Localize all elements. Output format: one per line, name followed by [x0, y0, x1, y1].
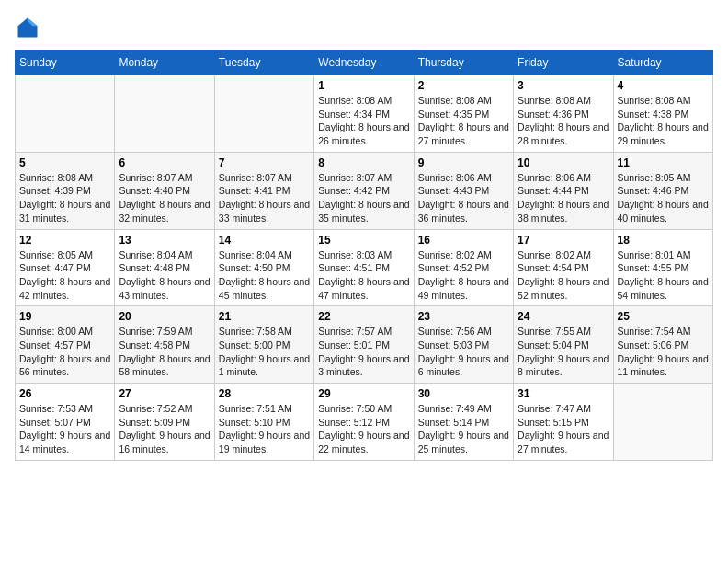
day-number: 6: [119, 156, 210, 169]
day-number: 9: [418, 156, 509, 169]
logo-icon: [15, 15, 40, 40]
page-header: [15, 15, 713, 40]
day-number: 8: [318, 156, 409, 169]
col-header-thursday: Thursday: [414, 51, 513, 75]
calendar-cell: 20Sunrise: 7:59 AM Sunset: 4:58 PM Dayli…: [115, 306, 214, 384]
day-number: 7: [219, 156, 310, 169]
day-info: Sunrise: 8:08 AM Sunset: 4:39 PM Dayligh…: [19, 171, 110, 225]
week-row-5: 26Sunrise: 7:53 AM Sunset: 5:07 PM Dayli…: [16, 384, 713, 461]
week-row-1: 1Sunrise: 8:08 AM Sunset: 4:34 PM Daylig…: [16, 75, 713, 153]
day-info: Sunrise: 7:49 AM Sunset: 5:14 PM Dayligh…: [418, 402, 509, 456]
day-number: 31: [518, 387, 609, 400]
calendar-cell: 9Sunrise: 8:06 AM Sunset: 4:43 PM Daylig…: [414, 152, 513, 229]
day-info: Sunrise: 7:54 AM Sunset: 5:06 PM Dayligh…: [618, 325, 709, 379]
day-info: Sunrise: 8:08 AM Sunset: 4:35 PM Dayligh…: [418, 94, 509, 148]
day-number: 16: [418, 234, 509, 247]
calendar-cell: 26Sunrise: 7:53 AM Sunset: 5:07 PM Dayli…: [16, 384, 115, 461]
calendar-cell: 27Sunrise: 7:52 AM Sunset: 5:09 PM Dayli…: [115, 384, 214, 461]
day-info: Sunrise: 8:01 AM Sunset: 4:55 PM Dayligh…: [618, 248, 709, 303]
day-number: 14: [219, 234, 310, 247]
day-number: 10: [518, 156, 609, 169]
day-info: Sunrise: 7:57 AM Sunset: 5:01 PM Dayligh…: [318, 325, 409, 379]
day-info: Sunrise: 8:04 AM Sunset: 4:48 PM Dayligh…: [119, 248, 210, 303]
day-info: Sunrise: 8:00 AM Sunset: 4:57 PM Dayligh…: [19, 325, 110, 379]
calendar-cell: 12Sunrise: 8:05 AM Sunset: 4:47 PM Dayli…: [16, 229, 115, 306]
day-info: Sunrise: 8:08 AM Sunset: 4:34 PM Dayligh…: [318, 94, 409, 148]
calendar-cell: 24Sunrise: 7:55 AM Sunset: 5:04 PM Dayli…: [514, 306, 613, 384]
day-info: Sunrise: 8:05 AM Sunset: 4:46 PM Dayligh…: [618, 171, 709, 225]
day-number: 5: [19, 156, 110, 169]
calendar-cell: 23Sunrise: 7:56 AM Sunset: 5:03 PM Dayli…: [414, 306, 513, 384]
day-info: Sunrise: 7:51 AM Sunset: 5:10 PM Dayligh…: [219, 402, 310, 456]
calendar-cell: 15Sunrise: 8:03 AM Sunset: 4:51 PM Dayli…: [314, 229, 414, 306]
day-info: Sunrise: 8:02 AM Sunset: 4:54 PM Dayligh…: [518, 248, 609, 303]
day-number: 27: [119, 387, 210, 400]
calendar-cell: 14Sunrise: 8:04 AM Sunset: 4:50 PM Dayli…: [214, 229, 313, 306]
day-info: Sunrise: 8:07 AM Sunset: 4:42 PM Dayligh…: [318, 171, 409, 225]
day-number: 23: [418, 310, 509, 323]
calendar-cell: 10Sunrise: 8:06 AM Sunset: 4:44 PM Dayli…: [514, 152, 613, 229]
calendar-cell: 31Sunrise: 7:47 AM Sunset: 5:15 PM Dayli…: [514, 384, 613, 461]
week-row-4: 19Sunrise: 8:00 AM Sunset: 4:57 PM Dayli…: [16, 306, 713, 384]
calendar-cell: 2Sunrise: 8:08 AM Sunset: 4:35 PM Daylig…: [414, 75, 513, 153]
day-number: 24: [518, 310, 609, 323]
day-number: 26: [19, 387, 110, 400]
calendar-cell: [214, 75, 313, 153]
day-info: Sunrise: 8:07 AM Sunset: 4:41 PM Dayligh…: [219, 171, 310, 225]
day-number: 28: [219, 387, 310, 400]
day-number: 20: [119, 310, 210, 323]
calendar-cell: 22Sunrise: 7:57 AM Sunset: 5:01 PM Dayli…: [314, 306, 414, 384]
day-info: Sunrise: 8:06 AM Sunset: 4:44 PM Dayligh…: [518, 171, 609, 225]
col-header-tuesday: Tuesday: [214, 51, 313, 75]
day-info: Sunrise: 7:52 AM Sunset: 5:09 PM Dayligh…: [119, 402, 210, 456]
calendar-cell: [613, 384, 712, 461]
day-info: Sunrise: 7:59 AM Sunset: 4:58 PM Dayligh…: [119, 325, 210, 379]
calendar-cell: 29Sunrise: 7:50 AM Sunset: 5:12 PM Dayli…: [314, 384, 414, 461]
col-header-friday: Friday: [514, 51, 613, 75]
calendar-cell: [115, 75, 214, 153]
calendar-cell: 21Sunrise: 7:58 AM Sunset: 5:00 PM Dayli…: [214, 306, 313, 384]
day-number: 12: [19, 234, 110, 247]
calendar-cell: 17Sunrise: 8:02 AM Sunset: 4:54 PM Dayli…: [514, 229, 613, 306]
calendar-cell: 3Sunrise: 8:08 AM Sunset: 4:36 PM Daylig…: [514, 75, 613, 153]
day-number: 25: [618, 310, 709, 323]
calendar-cell: 11Sunrise: 8:05 AM Sunset: 4:46 PM Dayli…: [613, 152, 712, 229]
day-number: 19: [19, 310, 110, 323]
day-info: Sunrise: 8:03 AM Sunset: 4:51 PM Dayligh…: [318, 248, 409, 303]
week-row-2: 5Sunrise: 8:08 AM Sunset: 4:39 PM Daylig…: [16, 152, 713, 229]
calendar-cell: 25Sunrise: 7:54 AM Sunset: 5:06 PM Dayli…: [613, 306, 712, 384]
day-info: Sunrise: 7:47 AM Sunset: 5:15 PM Dayligh…: [518, 402, 609, 456]
day-number: 21: [219, 310, 310, 323]
week-row-3: 12Sunrise: 8:05 AM Sunset: 4:47 PM Dayli…: [16, 229, 713, 306]
calendar-cell: 7Sunrise: 8:07 AM Sunset: 4:41 PM Daylig…: [214, 152, 313, 229]
day-info: Sunrise: 7:53 AM Sunset: 5:07 PM Dayligh…: [19, 402, 110, 456]
calendar-cell: 8Sunrise: 8:07 AM Sunset: 4:42 PM Daylig…: [314, 152, 414, 229]
day-info: Sunrise: 8:02 AM Sunset: 4:52 PM Dayligh…: [418, 248, 509, 303]
col-header-monday: Monday: [115, 51, 214, 75]
day-number: 3: [518, 79, 609, 92]
day-info: Sunrise: 8:08 AM Sunset: 4:38 PM Dayligh…: [618, 94, 709, 148]
day-number: 13: [119, 234, 210, 247]
day-info: Sunrise: 7:56 AM Sunset: 5:03 PM Dayligh…: [418, 325, 509, 379]
day-info: Sunrise: 8:05 AM Sunset: 4:47 PM Dayligh…: [19, 248, 110, 303]
day-info: Sunrise: 7:55 AM Sunset: 5:04 PM Dayligh…: [518, 325, 609, 379]
calendar-cell: 18Sunrise: 8:01 AM Sunset: 4:55 PM Dayli…: [613, 229, 712, 306]
calendar-cell: 16Sunrise: 8:02 AM Sunset: 4:52 PM Dayli…: [414, 229, 513, 306]
calendar-header-row: SundayMondayTuesdayWednesdayThursdayFrid…: [16, 51, 713, 75]
day-info: Sunrise: 8:08 AM Sunset: 4:36 PM Dayligh…: [518, 94, 609, 148]
col-header-wednesday: Wednesday: [314, 51, 414, 75]
calendar-cell: 19Sunrise: 8:00 AM Sunset: 4:57 PM Dayli…: [16, 306, 115, 384]
day-number: 17: [518, 234, 609, 247]
calendar-cell: [16, 75, 115, 153]
calendar-cell: 4Sunrise: 8:08 AM Sunset: 4:38 PM Daylig…: [613, 75, 712, 153]
calendar-cell: 1Sunrise: 8:08 AM Sunset: 4:34 PM Daylig…: [314, 75, 414, 153]
day-number: 18: [618, 234, 709, 247]
day-number: 11: [618, 156, 709, 169]
day-number: 22: [318, 310, 409, 323]
calendar-cell: 28Sunrise: 7:51 AM Sunset: 5:10 PM Dayli…: [214, 384, 313, 461]
calendar-cell: 13Sunrise: 8:04 AM Sunset: 4:48 PM Dayli…: [115, 229, 214, 306]
day-number: 2: [418, 79, 509, 92]
day-info: Sunrise: 7:58 AM Sunset: 5:00 PM Dayligh…: [219, 325, 310, 379]
calendar-table: SundayMondayTuesdayWednesdayThursdayFrid…: [15, 50, 713, 461]
col-header-sunday: Sunday: [16, 51, 115, 75]
